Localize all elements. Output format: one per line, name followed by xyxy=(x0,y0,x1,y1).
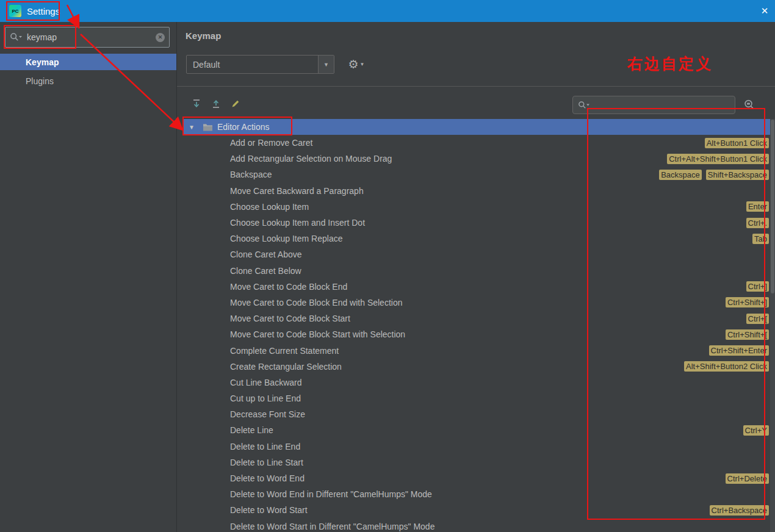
action-row[interactable]: Clone Caret Above xyxy=(183,246,770,262)
action-label: Delete to Line End xyxy=(230,442,300,451)
shortcut-list: Tab xyxy=(746,234,770,244)
find-by-shortcut-button[interactable] xyxy=(742,97,758,113)
keymap-tree: ▼ Editor Actions Add or Remove Caret Alt… xyxy=(183,119,770,532)
chevron-expanded-icon[interactable]: ▼ xyxy=(189,124,195,131)
action-label: Delete to Line Start xyxy=(230,458,303,467)
keymap-scheme-select[interactable]: Default ▼ xyxy=(186,55,334,74)
action-label: Move Caret to Code Block End with Select… xyxy=(230,298,402,307)
shortcut-list: Ctrl+. xyxy=(740,218,770,228)
page-title: Keymap xyxy=(186,31,221,41)
shortcut-list: Ctrl+Y xyxy=(737,425,770,436)
shortcut-list: Ctrl+Shift+[ xyxy=(719,329,770,340)
action-label: Create Rectangular Selection xyxy=(230,362,342,372)
action-row[interactable]: Delete to Line End xyxy=(183,439,770,455)
shortcut-badge: Ctrl+Y xyxy=(743,425,769,436)
shortcut-list: Ctrl+Alt+Shift+Button1 Click xyxy=(661,154,770,164)
action-row[interactable]: Move Caret to Code Block End with Select… xyxy=(183,295,770,311)
shortcut-badge: Ctrl+Shift+] xyxy=(726,297,769,307)
action-label: Move Caret to Code Block Start with Sele… xyxy=(230,329,405,339)
shortcut-list: BackspaceShift+Backspace xyxy=(653,170,770,180)
action-row[interactable]: Cut Line Backward xyxy=(183,375,770,390)
expand-all-button[interactable] xyxy=(190,98,203,110)
shortcut-list: Ctrl+] xyxy=(740,281,770,292)
action-row[interactable]: Clone Caret Below xyxy=(183,263,770,279)
sidebar-item-plugins[interactable]: Plugins xyxy=(0,73,176,89)
scheme-selected-value: Default xyxy=(187,56,318,73)
action-label: Move Caret to Code Block End xyxy=(230,282,347,292)
shortcut-list: Enter xyxy=(740,201,770,212)
gear-menu-button[interactable]: ⚙ ▼ xyxy=(345,56,367,73)
group-label: Editor Actions xyxy=(217,122,270,132)
action-label: Clone Caret Above xyxy=(230,250,302,259)
action-row[interactable]: Move Caret to Code Block Start Ctrl+[ xyxy=(183,311,770,326)
shortcut-badge: Ctrl+Alt+Shift+Button1 Click xyxy=(667,154,769,164)
keymap-search-input[interactable] xyxy=(593,100,730,110)
action-row[interactable]: Complete Current Statement Ctrl+Shift+En… xyxy=(183,342,770,358)
chevron-down-icon[interactable]: ▼ xyxy=(318,56,334,73)
collapse-all-button[interactable] xyxy=(210,98,222,110)
shortcut-badge: Ctrl+Backspace xyxy=(710,505,769,516)
action-label: Decrease Font Size xyxy=(230,409,305,419)
action-label: Delete to Word Start in Different "Camel… xyxy=(230,522,434,531)
action-label: Move Caret Backward a Paragraph xyxy=(230,186,364,196)
action-row[interactable]: Backspace BackspaceShift+Backspace xyxy=(183,167,770,182)
action-row[interactable]: Add Rectangular Selection on Mouse Drag … xyxy=(183,151,770,167)
find-by-shortcut-icon xyxy=(743,99,757,111)
search-icon xyxy=(578,101,590,110)
tree-scrollbar[interactable] xyxy=(770,119,775,532)
action-row[interactable]: Delete Line Ctrl+Y xyxy=(183,422,770,438)
action-row[interactable]: Delete to Word Start in Different "Camel… xyxy=(183,519,770,532)
action-label: Clone Caret Below xyxy=(230,266,301,276)
settings-search-input[interactable] xyxy=(26,32,156,43)
action-row[interactable]: Delete to Line Start xyxy=(183,455,770,470)
keymap-search-box[interactable] xyxy=(572,96,735,114)
sidebar-item-keymap[interactable]: Keymap xyxy=(0,54,176,70)
action-label: Delete to Word Start xyxy=(230,505,308,515)
shortcut-badge: Backspace xyxy=(659,170,702,180)
shortcut-list: Alt+Button1 Click xyxy=(699,138,770,148)
shortcut-badge: Ctrl+Shift+[ xyxy=(726,329,769,340)
action-row[interactable]: Cut up to Line End xyxy=(183,390,770,406)
scrollbar-thumb[interactable] xyxy=(771,120,774,293)
action-row[interactable]: Choose Lookup Item and Insert Dot Ctrl+. xyxy=(183,215,770,231)
action-label: Add or Remove Caret xyxy=(230,138,312,148)
shortcut-list: Alt+Shift+Button2 Click xyxy=(678,361,770,372)
action-row[interactable]: Delete to Word End Ctrl+Delete xyxy=(183,470,770,486)
settings-nav: Keymap Plugins xyxy=(0,54,176,89)
shortcut-badge: Enter xyxy=(746,201,769,212)
action-row[interactable]: Decrease Font Size xyxy=(183,406,770,422)
shortcut-badge: Ctrl+Shift+Enter xyxy=(709,345,770,356)
action-row[interactable]: Move Caret to Code Block End Ctrl+] xyxy=(183,279,770,295)
shortcut-badge: Alt+Shift+Button2 Click xyxy=(684,361,769,372)
tree-group-editor-actions[interactable]: ▼ Editor Actions xyxy=(183,119,770,135)
shortcut-list: Ctrl+Backspace xyxy=(704,505,770,516)
action-label: Complete Current Statement xyxy=(230,346,339,356)
action-label: Choose Lookup Item xyxy=(230,202,309,212)
action-label: Choose Lookup Item Replace xyxy=(230,234,342,243)
action-row[interactable]: Move Caret to Code Block Start with Sele… xyxy=(183,326,770,342)
edit-shortcut-button[interactable] xyxy=(229,98,242,110)
action-row[interactable]: Delete to Word End in Different "CamelHu… xyxy=(183,486,770,502)
folder-icon xyxy=(203,123,213,131)
shortcut-badge: Ctrl+[ xyxy=(746,314,769,324)
action-row[interactable]: Choose Lookup Item Enter xyxy=(183,199,770,215)
gear-icon: ⚙ xyxy=(348,57,359,71)
keymap-tree-rows: Add or Remove Caret Alt+Button1 Click Ad… xyxy=(183,135,770,532)
shortcut-list: Ctrl+Shift+Enter xyxy=(703,345,771,356)
action-row[interactable]: Move Caret Backward a Paragraph xyxy=(183,183,770,199)
action-row[interactable]: Choose Lookup Item Replace Tab xyxy=(183,231,770,246)
chevron-down-icon: ▼ xyxy=(360,62,365,67)
sidebar-item-keymap-label: Keymap xyxy=(26,57,59,67)
clear-search-icon[interactable]: ✕ xyxy=(156,33,165,42)
action-label: Choose Lookup Item and Insert Dot xyxy=(230,218,365,228)
action-label: Delete to Word End in Different "CamelHu… xyxy=(230,489,432,499)
settings-search-box[interactable]: ✕ xyxy=(5,27,170,48)
window-close-button[interactable]: ✕ xyxy=(754,0,775,22)
shortcut-list: Ctrl+Shift+] xyxy=(719,297,770,307)
search-icon xyxy=(10,32,23,42)
action-row[interactable]: Add or Remove Caret Alt+Button1 Click xyxy=(183,135,770,151)
keymap-panel: Keymap Default ▼ ⚙ ▼ xyxy=(177,22,775,532)
pycharm-logo-icon: PC xyxy=(9,5,21,17)
action-row[interactable]: Delete to Word Start Ctrl+Backspace xyxy=(183,502,770,518)
action-row[interactable]: Create Rectangular Selection Alt+Shift+B… xyxy=(183,359,770,375)
